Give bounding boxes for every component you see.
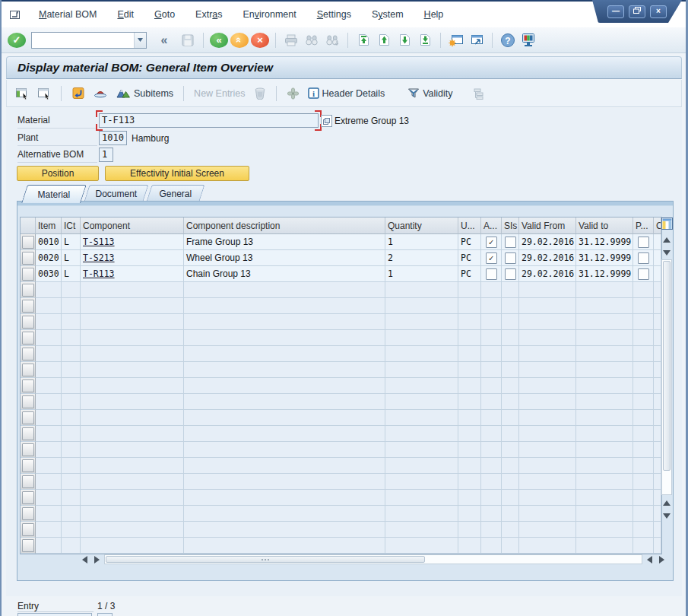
column-header-p[interactable]: P... — [633, 218, 654, 234]
tab-document[interactable]: Document — [84, 185, 148, 202]
row-selector[interactable] — [21, 266, 36, 282]
row-selector[interactable] — [21, 362, 36, 378]
header-details-button[interactable]: i Header Details — [306, 86, 388, 100]
scroll-up-button-bottom[interactable] — [661, 497, 673, 509]
find-next-icon[interactable] — [323, 31, 341, 49]
row-selector[interactable] — [21, 234, 36, 250]
row-selector[interactable] — [21, 410, 36, 426]
column-header-validto[interactable]: Valid to — [576, 218, 633, 234]
page-down-icon[interactable] — [395, 31, 414, 49]
entry-field-cutoff[interactable] — [17, 613, 92, 616]
entry-total-field-cutoff[interactable] — [97, 613, 113, 616]
column-header-quantity[interactable]: Quantity — [385, 218, 458, 234]
plant-field[interactable]: 1010 — [99, 131, 127, 145]
menu-system[interactable]: System — [367, 8, 408, 21]
tab-general[interactable]: General — [146, 185, 204, 202]
help-icon[interactable]: ? — [499, 31, 517, 49]
row-selector[interactable] — [21, 314, 36, 330]
table-settings-icon[interactable] — [661, 218, 673, 233]
component-link[interactable]: T-S113 — [83, 237, 115, 247]
row-selector[interactable] — [21, 538, 36, 554]
scroll-up-button[interactable] — [661, 233, 673, 246]
scroll-right-button-right[interactable] — [655, 554, 667, 566]
column-header-validfrom[interactable]: Valid From — [519, 218, 576, 234]
menu-extras[interactable]: Extras — [191, 8, 227, 21]
validity-button[interactable]: Validity — [405, 86, 455, 100]
checkbox-unchecked[interactable] — [638, 252, 649, 264]
checkbox-unchecked[interactable] — [486, 268, 497, 280]
row-selector[interactable] — [21, 522, 36, 538]
material-field[interactable]: T-F113 — [99, 113, 319, 128]
page-up-icon[interactable] — [375, 31, 393, 49]
checkbox-checked[interactable]: ✓ — [486, 237, 497, 248]
row-selector[interactable] — [21, 394, 36, 410]
checkbox-unchecked[interactable] — [505, 237, 516, 248]
scroll-down-button-bottom[interactable] — [661, 510, 673, 522]
position-button[interactable]: Position — [17, 166, 99, 181]
checkbox-unchecked[interactable] — [505, 252, 516, 264]
restore-button[interactable] — [629, 5, 645, 18]
close-button[interactable]: × — [650, 5, 667, 18]
multiple-values-icon[interactable] — [321, 115, 332, 127]
checkbox-unchecked[interactable] — [638, 268, 649, 280]
column-header-sis[interactable]: SIs — [502, 218, 519, 234]
menu-material-bom[interactable]: Material BOM — [34, 8, 101, 21]
scroll-left-button[interactable] — [78, 554, 90, 566]
copy-icon[interactable] — [69, 85, 87, 101]
row-selector[interactable] — [21, 282, 36, 298]
column-header-item[interactable]: Item — [36, 218, 62, 234]
header-hat-icon[interactable] — [91, 86, 109, 100]
component-link[interactable]: T-R113 — [83, 268, 115, 279]
print-icon[interactable] — [282, 31, 300, 49]
component-link[interactable]: T-S213 — [83, 252, 115, 263]
scroll-left-button-right[interactable] — [643, 554, 655, 566]
collapse-icon[interactable]: « — [152, 31, 176, 49]
enter-icon[interactable]: ✓ — [8, 33, 26, 48]
horizontal-scrollbar-track[interactable] — [104, 554, 642, 564]
exit-icon[interactable]: « — [230, 33, 249, 48]
column-header-cl[interactable]: Cl — [654, 218, 661, 234]
column-header-ict[interactable]: ICt — [62, 218, 81, 234]
row-selector[interactable] — [21, 378, 36, 394]
find-icon[interactable] — [303, 31, 321, 49]
save-icon[interactable] — [179, 31, 197, 49]
row-selector[interactable] — [21, 298, 36, 314]
checkbox-checked[interactable]: ✓ — [486, 252, 497, 264]
column-header-a[interactable]: A... — [481, 218, 502, 234]
menu-goto[interactable]: Goto — [150, 8, 179, 21]
subitems-button[interactable]: Subitems — [113, 86, 176, 100]
column-header-component[interactable]: Component — [81, 218, 184, 234]
alternative-bom-field[interactable]: 1 — [99, 148, 113, 162]
checkbox-unchecked[interactable] — [638, 237, 649, 248]
vertical-scrollbar-track[interactable] — [661, 259, 672, 495]
row-selector[interactable] — [21, 442, 36, 458]
create-shortcut-icon[interactable] — [468, 31, 486, 49]
last-page-icon[interactable] — [416, 31, 434, 49]
scroll-right-button[interactable] — [90, 554, 103, 566]
row-selector[interactable] — [21, 474, 36, 490]
new-session-icon[interactable] — [447, 31, 465, 49]
choose-item-icon[interactable] — [13, 86, 31, 101]
cancel-icon[interactable]: × — [251, 33, 269, 48]
customize-layout-icon[interactable] — [519, 31, 537, 49]
vertical-scrollbar-thumb[interactable] — [663, 261, 671, 471]
menu-edit[interactable]: Edit — [113, 8, 138, 21]
back-icon[interactable]: « — [210, 33, 228, 48]
system-menu-icon[interactable] — [9, 9, 22, 21]
tab-material[interactable]: Material — [21, 185, 87, 203]
menu-environment[interactable]: Environment — [239, 8, 301, 21]
row-selector[interactable] — [21, 506, 36, 522]
scroll-down-button[interactable] — [661, 246, 673, 259]
row-selector[interactable] — [21, 330, 36, 346]
checkbox-unchecked[interactable] — [505, 268, 516, 280]
item-details-icon[interactable] — [35, 86, 53, 101]
first-page-icon[interactable] — [354, 31, 373, 49]
row-selector[interactable] — [21, 490, 36, 506]
row-selector[interactable] — [21, 458, 36, 474]
menu-help[interactable]: Help — [420, 8, 449, 21]
horizontal-scrollbar-thumb[interactable] — [106, 556, 425, 563]
effectivity-initial-screen-button[interactable]: Effectivity Initial Screen — [105, 166, 249, 181]
minimize-button[interactable]: — — [607, 5, 624, 18]
column-header-componentdescription[interactable]: Component description — [184, 218, 385, 234]
column-header-u[interactable]: U... — [458, 218, 481, 234]
